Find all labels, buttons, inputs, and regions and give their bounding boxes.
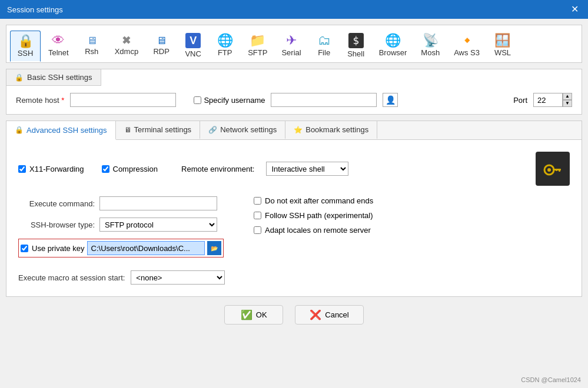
x11-forwarding-label[interactable]: X11-Forwarding [18,165,84,173]
proto-tab-xdmcp[interactable]: ✖ Xdmcp [108,31,145,60]
proto-tab-file[interactable]: 🗂 File [309,30,340,61]
proto-tab-telnet[interactable]: 👁 Telnet [42,30,75,61]
private-key-input[interactable] [87,241,205,255]
use-private-key-checkbox[interactable] [21,245,28,252]
remote-host-label: Remote host * [16,96,64,105]
specify-username-checkbox[interactable] [194,96,201,104]
execute-macro-select[interactable]: <none> [131,270,225,285]
svg-rect-4 [556,169,557,171]
ftp-icon: 🌐 [217,34,233,47]
username-input[interactable] [271,93,377,107]
proto-tab-wsl[interactable]: 🪟 WSL [487,30,518,61]
proto-tab-file-label: File [318,48,330,57]
macro-row: Execute macro at session start: <none> [18,270,570,285]
shell-icon: $ [348,33,364,48]
port-spin-down[interactable]: ▼ [563,100,572,107]
private-key-wrapper: Use private key 📂 [18,239,224,257]
main-content: 🔒 SSH 👁 Telnet 🖥 Rsh ✖ Xdmcp 🖥 RDP V VNC [0,19,588,388]
cancel-label: Cancel [325,310,348,319]
advanced-ssh-icon: 🔒 [15,126,24,134]
ssh-key-image [536,152,570,186]
compression-checkbox[interactable] [102,165,109,173]
ssh-icon: 🔒 [18,35,34,48]
adapt-locales-checkbox[interactable] [254,226,261,234]
execute-cmd-row: Execute command: [18,196,242,210]
tab-bookmark-label: Bookmark settings [305,125,368,134]
proto-tab-browser-label: Browser [379,48,407,57]
proto-tab-shell[interactable]: $ Shell [341,29,371,62]
port-spinner: ▲ ▼ [563,93,572,107]
port-spin-up[interactable]: ▲ [563,93,572,100]
ok-label: OK [256,310,267,319]
private-key-row: Use private key 📂 [18,239,242,257]
execute-cmd-label: Execute command: [18,199,95,208]
proto-tab-sftp[interactable]: 📁 SFTP [241,30,274,61]
do-not-exit-label[interactable]: Do not exit after command ends [254,196,373,205]
svg-point-1 [547,168,551,172]
close-button[interactable]: ✕ [569,5,581,14]
private-key-browse-button[interactable]: 📂 [207,241,221,255]
adv-row-1: X11-Forwarding Compression Remote enviro… [18,152,570,186]
basic-ssh-tab[interactable]: 🔒 Basic SSH settings [6,69,101,86]
ssh-browser-label: SSH-browser type: [18,220,95,229]
tab-network-label: Network settings [220,125,277,134]
proto-tab-awss3[interactable]: 🔸 Aws S3 [447,30,486,61]
cancel-button[interactable]: ❌ Cancel [295,305,363,325]
proto-tab-vnc[interactable]: V VNC [178,29,208,62]
terminal-tab-icon: 🖥 [124,126,131,134]
proto-tab-serial[interactable]: ✈ Serial [275,30,307,61]
specify-username-label[interactable]: Specify username [194,96,265,105]
sftp-icon: 📁 [250,34,265,47]
follow-ssh-path-checkbox[interactable] [254,212,261,219]
watermark: CSDN @Camel1024 [521,376,581,383]
file-icon: 🗂 [318,34,331,47]
execute-command-input[interactable] [99,196,217,210]
x11-forwarding-checkbox[interactable] [18,165,26,173]
proto-tab-awss3-label: Aws S3 [454,48,480,57]
tab-network[interactable]: 🔗 Network settings [200,121,285,139]
tab-terminal[interactable]: 🖥 Terminal settings [116,121,201,139]
proto-tab-ssh-label: SSH [18,49,34,58]
use-private-key-label[interactable]: Use private key [21,244,85,253]
follow-ssh-path-label[interactable]: Follow SSH path (experimental) [254,211,373,220]
proto-tab-serial-label: Serial [281,48,301,57]
port-label: Port [513,96,527,105]
tab-bookmark[interactable]: ⭐ Bookmark settings [285,121,377,139]
window-title: Session settings [7,5,63,14]
tab-advanced-ssh[interactable]: 🔒 Advanced SSH settings [6,121,116,140]
proto-tab-wsl-label: WSL [494,48,511,57]
advanced-ssh-content: X11-Forwarding Compression Remote enviro… [6,140,582,296]
svg-rect-3 [559,169,560,172]
remote-host-input[interactable] [70,93,176,107]
remote-env-label: Remote environment: [181,165,254,173]
proto-tab-rdp[interactable]: 🖥 RDP [146,31,177,60]
remote-environment-select[interactable]: Interactive shell Don't change Custom co… [266,162,348,176]
bookmark-tab-icon: ⭐ [294,126,303,134]
proto-tab-telnet-label: Telnet [48,48,69,57]
key-svg [542,158,563,179]
basic-ssh-icon: 🔒 [15,73,24,82]
proto-tab-browser[interactable]: 🌐 Browser [373,30,414,61]
awss3-icon: 🔸 [459,34,475,47]
adv-row-2: Execute command: SSH-browser type: SFTP … [18,196,570,265]
proto-tab-rsh[interactable]: 🖥 Rsh [77,31,107,60]
basic-ssh-content: Remote host * Specify username 👤 Port [6,86,582,114]
proto-tab-rsh-label: Rsh [85,47,98,56]
proto-tab-mosh[interactable]: 📡 Mosh [414,30,446,61]
ssh-browser-type-select[interactable]: SFTP protocol SCP protocol SFTP & SCP [99,218,217,232]
user-icon-button[interactable]: 👤 [383,93,398,107]
proto-tab-ftp[interactable]: 🌐 FTP [210,30,240,61]
ok-button[interactable]: ✅ OK [224,305,283,325]
network-tab-icon: 🔗 [208,126,217,134]
rdp-icon: 🖥 [156,35,167,46]
xdmcp-icon: ✖ [122,35,131,46]
proto-tab-ssh[interactable]: 🔒 SSH [10,31,41,62]
compression-label[interactable]: Compression [102,165,158,173]
tab-advanced-ssh-label: Advanced SSH settings [26,126,107,135]
port-group: ▲ ▼ [533,93,572,107]
port-input[interactable] [533,93,563,107]
adapt-locales-label[interactable]: Adapt locales on remote server [254,226,373,235]
proto-tab-ftp-label: FTP [218,48,232,57]
proto-tab-shell-label: Shell [347,49,364,58]
do-not-exit-checkbox[interactable] [254,197,261,205]
